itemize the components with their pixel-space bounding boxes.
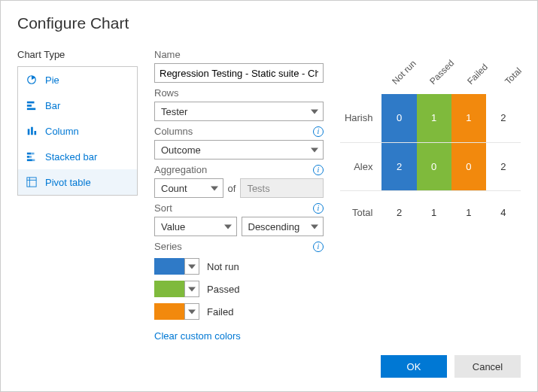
chevron-down-icon [311, 225, 318, 229]
pivot-table: Harish 0 1 1 2 Alex 2 0 0 2 Total [340, 94, 521, 234]
svg-rect-8 [31, 153, 34, 155]
chevron-down-icon [311, 110, 318, 114]
dialog-title: Configure Chart [17, 14, 521, 32]
info-icon[interactable]: i [313, 242, 324, 252]
name-label: Name [154, 49, 324, 60]
cell: 0 [417, 142, 451, 190]
pivot-table-icon [26, 176, 38, 188]
info-icon[interactable]: i [313, 165, 324, 175]
svg-rect-11 [27, 160, 32, 162]
sort-label: Sort i [154, 202, 324, 214]
row-label: Alex [340, 142, 381, 190]
info-icon[interactable]: i [313, 126, 324, 137]
row-label: Harish [340, 94, 381, 142]
sort-field-select[interactable]: Value [154, 217, 237, 236]
rows-select[interactable]: Tester [154, 102, 324, 121]
chart-preview: Not run Passed Failed Total Harish 0 1 1… [340, 49, 521, 342]
series-color-picker-failed[interactable] [154, 303, 199, 320]
color-swatch [154, 258, 184, 275]
chart-type-pivot-table-label: Pivot table [45, 177, 91, 188]
rows-select-value: Tester [161, 106, 187, 117]
series-row: Failed [154, 303, 324, 320]
svg-rect-1 [27, 102, 35, 104]
dialog-button-row: OK Cancel [381, 355, 521, 378]
chart-type-column[interactable]: Column [18, 118, 137, 144]
svg-rect-13 [27, 178, 36, 187]
chart-type-bar[interactable]: Bar [18, 93, 137, 118]
chart-type-pie[interactable]: Pie [18, 67, 137, 93]
cell: 1 [417, 94, 451, 142]
pie-icon [26, 74, 38, 86]
table-total-row: Total 2 1 1 4 [340, 190, 521, 234]
svg-rect-12 [32, 160, 35, 162]
chart-type-column-label: Column [45, 126, 79, 137]
clear-custom-colors-link[interactable]: Clear custom colors [154, 330, 324, 342]
cell: 2 [381, 142, 416, 190]
svg-rect-6 [35, 131, 37, 135]
cell: 1 [451, 94, 486, 142]
aggregation-label: Aggregation i [154, 164, 324, 175]
col-header: Total [503, 65, 524, 87]
sort-direction-value: Descending [248, 221, 300, 232]
series-row: Not run [154, 258, 324, 275]
chart-config-form: Name Rows Tester Columns i Outcome Aggre… [154, 49, 324, 342]
aggregation-select-value: Count [161, 183, 187, 194]
name-input[interactable] [154, 63, 324, 83]
svg-rect-3 [27, 108, 35, 111]
chevron-down-icon [188, 265, 196, 269]
series-label: Series i [154, 241, 324, 252]
series-name-failed: Failed [207, 306, 233, 318]
chart-type-label: Chart Type [17, 49, 138, 60]
cell: 1 [417, 190, 451, 234]
cell: 4 [486, 190, 521, 234]
col-header: Failed [465, 62, 490, 87]
row-label: Total [340, 190, 381, 234]
chart-type-panel: Chart Type Pie Bar [17, 49, 138, 342]
configure-chart-dialog: Configure Chart Chart Type Pie Bar [0, 0, 538, 392]
rows-label: Rows [154, 87, 324, 99]
series-name-not-run: Not run [207, 261, 239, 272]
aggregation-of-label: of [228, 183, 236, 194]
series-row: Passed [154, 281, 324, 297]
chevron-down-icon [211, 187, 218, 191]
bar-icon [26, 99, 38, 111]
stacked-bar-icon [26, 150, 38, 163]
svg-rect-9 [27, 156, 30, 158]
sort-direction-select[interactable]: Descending [242, 217, 324, 236]
svg-rect-2 [27, 105, 32, 107]
svg-rect-5 [31, 127, 33, 135]
info-icon[interactable]: i [313, 203, 324, 214]
svg-rect-4 [28, 129, 30, 135]
columns-select-value: Outcome [161, 144, 201, 156]
ok-button[interactable]: OK [381, 355, 447, 378]
cell: 2 [486, 142, 521, 190]
col-header: Passed [427, 58, 456, 87]
chart-type-stacked-bar-label: Stacked bar [45, 151, 97, 163]
col-header: Not run [390, 58, 418, 87]
chart-type-pivot-table[interactable]: Pivot table [18, 169, 137, 195]
cell: 0 [381, 94, 416, 142]
series-name-passed: Passed [207, 284, 239, 295]
chart-type-bar-label: Bar [45, 100, 60, 111]
series-color-picker-not-run[interactable] [154, 258, 199, 275]
aggregation-target: Tests [240, 178, 324, 198]
chevron-down-icon [224, 225, 232, 229]
cell: 2 [381, 190, 416, 234]
chart-type-stacked-bar[interactable]: Stacked bar [18, 144, 137, 169]
sort-field-value: Value [161, 221, 185, 232]
chart-type-list: Pie Bar Column [17, 66, 138, 196]
pivot-column-headers: Not run Passed Failed Total [340, 49, 521, 87]
cell: 2 [486, 94, 521, 142]
aggregation-select[interactable]: Count [154, 178, 223, 198]
cell: 1 [451, 190, 486, 234]
svg-rect-10 [29, 156, 32, 158]
series-color-picker-passed[interactable] [154, 281, 199, 297]
chevron-down-icon [188, 287, 196, 292]
color-swatch [154, 303, 184, 320]
cancel-button[interactable]: Cancel [454, 355, 521, 378]
table-row: Alex 2 0 0 2 [340, 142, 521, 190]
chevron-down-icon [311, 148, 318, 153]
column-icon [26, 125, 38, 137]
chevron-down-icon [188, 310, 196, 315]
columns-select[interactable]: Outcome [154, 140, 324, 160]
